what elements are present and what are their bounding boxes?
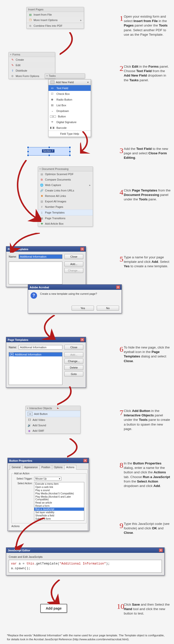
action-select[interactable]: Execute a menu item Open a web link Play… (34, 482, 84, 521)
menu-head[interactable]: Add New Field▾ (48, 80, 91, 85)
add-page-button[interactable]: Add page (40, 604, 67, 613)
checkbox-item[interactable]: ☑Check Box (48, 91, 91, 96)
tab-actions[interactable]: Actions (64, 465, 76, 470)
confirm-dialog: Adobe Acrobat× ? Create a new template u… (28, 284, 122, 313)
action-option[interactable]: Show/hide a field (34, 514, 84, 517)
close-icon[interactable]: × (159, 548, 163, 552)
submenu-arrow-icon: ▸ (89, 184, 91, 187)
combine-files-item[interactable]: ⧉Combine Files into PDF (27, 23, 84, 28)
step-number: 2 (117, 64, 123, 74)
webcapture-item[interactable]: 🌐Web Capture▸ (38, 182, 93, 188)
add-button-item[interactable]: OKAdd Button (26, 411, 80, 417)
name-label: Name: (9, 346, 17, 349)
button-item[interactable]: OKButton (48, 114, 91, 119)
panel-title: ▾Interactive Objects (26, 406, 80, 411)
close-icon[interactable]: × (80, 247, 84, 251)
article-item[interactable]: ✚Add Article Box (38, 221, 93, 226)
code-editor[interactable]: var a = this.getTemplate("Additional Inf… (9, 560, 162, 573)
barcode-icon: ▮▯▮ (50, 126, 54, 129)
action-option[interactable]: Play a sound (34, 489, 84, 492)
delete-button[interactable]: Delete (64, 365, 83, 370)
distribute-item[interactable]: ⇪Distribute (9, 68, 55, 73)
edit-item[interactable]: ✎Edit (9, 62, 55, 68)
template-list-item[interactable]: Additional Information (15, 353, 41, 356)
dialog-title: Button Properties× (8, 458, 89, 463)
collapse-icon[interactable]: ▾ (27, 407, 28, 410)
add-new-field-menu: Add New Field▾ ▭Text Field ☑Check Box ◉R… (48, 79, 91, 137)
sound-icon: 🔊 (28, 424, 31, 427)
arrow-icon (47, 580, 65, 604)
change-button[interactable]: Change... (64, 268, 83, 273)
change-button[interactable]: Change... (64, 359, 83, 364)
insert-from-file-item[interactable]: ▤Insert from File (27, 12, 84, 17)
stack-icon: ❐ (29, 18, 32, 22)
action-option[interactable]: Reset a form (34, 504, 84, 508)
signature-item[interactable]: ✒Digital Signature (48, 119, 91, 125)
action-option[interactable]: Open a web link (34, 486, 84, 489)
tab-general[interactable]: General (10, 465, 23, 470)
template-icon: ▯ (40, 211, 44, 214)
close-button[interactable]: Close (64, 345, 83, 350)
trigger-select[interactable]: Mouse Up▾ (34, 477, 61, 480)
tab-position[interactable]: Position (40, 465, 52, 470)
template-name-input[interactable]: Additional Information (19, 254, 62, 259)
action-option[interactable]: Play Media (Acrobat 5 Compatible) (34, 492, 84, 495)
close-button[interactable]: Close (64, 254, 83, 259)
tab-options[interactable]: Options (52, 465, 64, 470)
close-icon[interactable]: × (80, 338, 84, 342)
template-list[interactable] (9, 262, 62, 284)
optimize-item[interactable]: ▤Optimize Scanned PDF (38, 172, 93, 177)
tab-appearance[interactable]: Appearance (22, 465, 40, 470)
add-swf-item[interactable]: ◉Add SWF (26, 428, 80, 434)
action-option[interactable]: Submit a form (34, 517, 84, 520)
listbox-item[interactable]: ▤List Box (48, 102, 91, 108)
action-option[interactable]: Read an article (34, 501, 84, 504)
template-name-input[interactable]: Additional Information (19, 345, 62, 350)
compare-icon: ⧉ (40, 178, 44, 181)
numpages-item[interactable]: #Number Pages (38, 204, 93, 210)
action-option[interactable]: Execute a menu item (34, 482, 84, 486)
removelinks-item[interactable]: ✖Remove All Links (38, 193, 93, 199)
transition-icon: ▦ (40, 216, 44, 220)
barcode-item[interactable]: ▮▯▮Barcode (48, 125, 91, 130)
tasks-panel: ▾Tasks (45, 73, 85, 78)
step-7: 7Click Add Button in the Interactive Obj… (124, 409, 171, 431)
action-option[interactable]: Play Media (Acrobat 6 and Later Compatib… (34, 495, 84, 501)
exportimg-item[interactable]: ▧Export All Images (38, 199, 93, 204)
confirm-message: Create a new template using the current … (40, 292, 97, 295)
compare-item[interactable]: ⧉Compare Documents (38, 177, 93, 182)
arrow-icon (60, 32, 79, 64)
text-field-item[interactable]: ▭Text Field (48, 85, 91, 91)
add-button[interactable]: Add... (64, 352, 83, 357)
dropdown-item[interactable]: ⌄Dropdown (48, 108, 91, 114)
panel-title: Insert Pages (27, 7, 84, 12)
text-field-preview[interactable]: Section F (28, 147, 70, 156)
collapse-icon[interactable]: ▾ (10, 53, 12, 56)
arrow-icon (57, 386, 74, 409)
create-item[interactable]: ✎Create (9, 57, 55, 62)
radio-item[interactable]: ◉Radio Button (48, 96, 91, 102)
createlinks-item[interactable]: 🔗Create Links from URLs (38, 188, 93, 193)
add-sound-item[interactable]: 🔊Add Sound (26, 422, 80, 428)
step-number: 7 (117, 408, 123, 418)
insert-pages-panel: Insert Pages ▤Insert from File ❐More Ins… (26, 7, 84, 29)
page-templates-item[interactable]: ▯Page Templates (38, 210, 93, 216)
no-button[interactable]: No (97, 306, 119, 310)
step-number: 5 (117, 254, 123, 264)
add-video-item[interactable]: 🎞Add Video (26, 417, 80, 422)
template-list[interactable]: 👁 Additional Information (9, 352, 62, 385)
field-icon (50, 80, 54, 84)
eyeball-icon[interactable]: 👁 (10, 353, 14, 356)
action-option-selected[interactable]: Run a JavaScript (34, 508, 84, 511)
field-type-help[interactable]: Field Type Help (48, 130, 91, 137)
more-insert-options-item[interactable]: ❐More Insert Options▸ (27, 17, 84, 23)
goto-button[interactable]: Goto (64, 372, 83, 376)
close-icon[interactable]: × (83, 459, 87, 462)
transitions-item[interactable]: ▦Page Transitions (38, 216, 93, 221)
collapse-icon[interactable]: ▾ (46, 74, 48, 77)
yes-button[interactable]: Yes (72, 306, 94, 310)
add-button[interactable]: Add... (64, 262, 83, 266)
close-icon[interactable]: × (116, 285, 120, 289)
collapse-icon[interactable]: ▾ (40, 168, 41, 170)
action-option[interactable]: Set layer visibility (34, 511, 84, 514)
